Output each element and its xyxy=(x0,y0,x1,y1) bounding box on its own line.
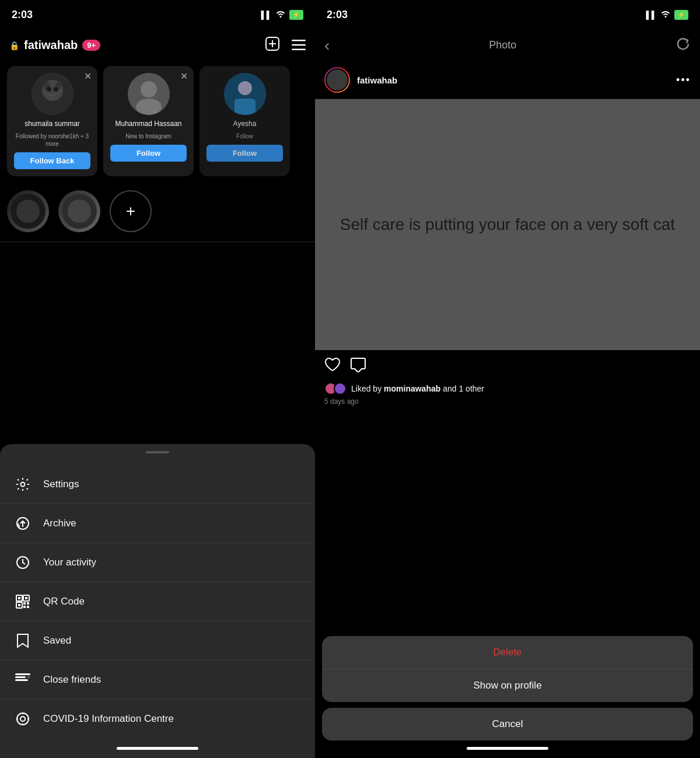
svg-rect-29 xyxy=(25,597,27,599)
svg-point-40 xyxy=(17,713,29,725)
follow-button-2[interactable]: Follow xyxy=(110,145,187,162)
menu-item-settings[interactable]: Settings xyxy=(0,465,315,504)
post-header: fatiwahab ••• xyxy=(315,61,700,99)
svg-rect-17 xyxy=(235,99,256,115)
action-sheet-main: Delete Show on profile xyxy=(322,636,693,702)
status-time-right: 2:03 xyxy=(327,9,348,21)
liked-avatar-2 xyxy=(334,382,346,395)
story-sub-2: New to Instagram xyxy=(125,132,171,140)
stories-section: ✕ shumaila summar Followed by noorshe1kh… xyxy=(0,61,315,181)
menu-archive-label: Archive xyxy=(43,518,76,529)
svg-rect-37 xyxy=(15,676,26,678)
post-actions: Liked by mominawahab and 1 other 5 days … xyxy=(315,350,700,415)
story-close-1[interactable]: ✕ xyxy=(84,71,92,82)
profile-username[interactable]: fatiwahab xyxy=(24,39,78,52)
svg-rect-31 xyxy=(18,604,20,606)
archive-icon xyxy=(14,515,32,532)
menu-settings-label: Settings xyxy=(43,478,79,490)
home-bar-left xyxy=(117,747,198,750)
sheet-handle xyxy=(146,451,169,453)
show-on-profile-label: Show on profile xyxy=(473,680,541,691)
refresh-button[interactable] xyxy=(676,36,691,55)
menu-item-qr[interactable]: QR Code xyxy=(0,582,315,621)
notification-badge: 9+ xyxy=(82,40,100,51)
cancel-label: Cancel xyxy=(492,718,523,729)
covid-icon xyxy=(14,710,32,728)
status-time-left: 2:03 xyxy=(12,9,33,21)
highlights-row: + xyxy=(7,190,308,232)
menu-item-archive[interactable]: Archive xyxy=(0,504,315,543)
story-card-1[interactable]: ✕ shumaila summar Followed by noorshe1kh… xyxy=(7,66,97,176)
story-avatar-1 xyxy=(32,73,74,115)
story-card-2[interactable]: ✕ Muhammad Hassaan New to Instagram Foll… xyxy=(103,66,194,176)
svg-rect-36 xyxy=(15,673,30,675)
back-button[interactable]: ‹ xyxy=(324,36,330,55)
svg-point-13 xyxy=(141,81,157,97)
post-username[interactable]: fatiwahab xyxy=(357,75,669,85)
cancel-action-button[interactable]: Cancel xyxy=(322,708,693,740)
svg-rect-33 xyxy=(27,602,29,605)
svg-point-41 xyxy=(20,717,25,721)
post-more-button[interactable]: ••• xyxy=(676,74,691,86)
heart-button[interactable] xyxy=(324,357,341,376)
post-avatar xyxy=(324,67,350,93)
time-ago: 5 days ago xyxy=(324,397,691,406)
delete-action-button[interactable]: Delete xyxy=(322,636,693,669)
svg-rect-32 xyxy=(23,602,26,605)
story-cards: ✕ shumaila summar Followed by noorshe1kh… xyxy=(7,66,308,176)
follow-back-button-1[interactable]: Follow Back xyxy=(14,152,90,169)
saved-icon xyxy=(14,632,32,649)
menu-covid-label: COVID-19 Information Centre xyxy=(43,713,174,725)
svg-rect-27 xyxy=(18,597,20,599)
highlight-1[interactable] xyxy=(7,190,49,232)
action-icons xyxy=(324,357,691,376)
status-icons-left: ▌▌ ⚡ xyxy=(261,9,303,20)
battery-icon-right: ⚡ xyxy=(674,10,688,20)
liked-avatars xyxy=(324,382,346,395)
post-image-area: Self care is putting your face on a very… xyxy=(315,99,700,350)
lock-icon: 🔒 xyxy=(9,41,19,50)
story-card-3[interactable]: Ayesha Follow Follow xyxy=(200,66,290,176)
story-avatar-3 xyxy=(224,73,266,115)
menu-item-close-friends[interactable]: Close friends xyxy=(0,661,315,700)
status-icons-right: ▌▌ ⚡ xyxy=(646,9,688,20)
highlight-add-button[interactable]: + xyxy=(110,190,152,232)
liked-by-section: Liked by mominawahab and 1 other xyxy=(324,382,691,395)
svg-rect-38 xyxy=(15,679,28,681)
svg-rect-3 xyxy=(292,40,306,41)
username-area: 🔒 fatiwahab 9+ xyxy=(9,39,100,52)
svg-point-14 xyxy=(136,99,162,115)
menu-qr-label: QR Code xyxy=(43,596,85,607)
right-top-nav: ‹ Photo xyxy=(315,29,700,61)
photo-title: Photo xyxy=(337,39,668,51)
close-friends-icon xyxy=(14,671,32,689)
follow-button-3[interactable]: Follow xyxy=(206,145,283,162)
svg-point-16 xyxy=(238,81,252,95)
signal-icon-left: ▌▌ xyxy=(261,11,272,19)
highlight-2[interactable] xyxy=(58,190,100,232)
menu-item-saved[interactable]: Saved xyxy=(0,621,315,661)
svg-point-22 xyxy=(21,483,25,487)
menu-item-covid[interactable]: COVID-19 Information Centre xyxy=(0,700,315,738)
svg-rect-34 xyxy=(23,606,26,608)
show-on-profile-button[interactable]: Show on profile xyxy=(322,669,693,702)
post-image-text: Self care is putting your face on a very… xyxy=(321,194,694,254)
divider-left xyxy=(0,242,315,242)
menu-item-activity[interactable]: Your activity xyxy=(0,543,315,582)
delete-label: Delete xyxy=(493,647,522,658)
story-close-2[interactable]: ✕ xyxy=(180,71,188,82)
svg-rect-39 xyxy=(27,676,30,678)
comment-button[interactable] xyxy=(350,357,366,376)
menu-button[interactable] xyxy=(292,37,306,54)
add-post-button[interactable] xyxy=(265,36,280,55)
nav-icons xyxy=(265,36,306,55)
signal-icon-right: ▌▌ xyxy=(646,11,657,19)
bottom-sheet: Settings Archive xyxy=(0,444,315,758)
svg-point-19 xyxy=(16,200,40,223)
svg-point-10 xyxy=(47,87,51,92)
menu-activity-label: Your activity xyxy=(43,557,96,568)
status-bar-left: 2:03 ▌▌ ⚡ xyxy=(0,0,315,29)
story-avatar-2 xyxy=(128,73,170,115)
battery-icon-left: ⚡ xyxy=(289,10,303,20)
liked-username[interactable]: mominawahab xyxy=(384,384,440,393)
